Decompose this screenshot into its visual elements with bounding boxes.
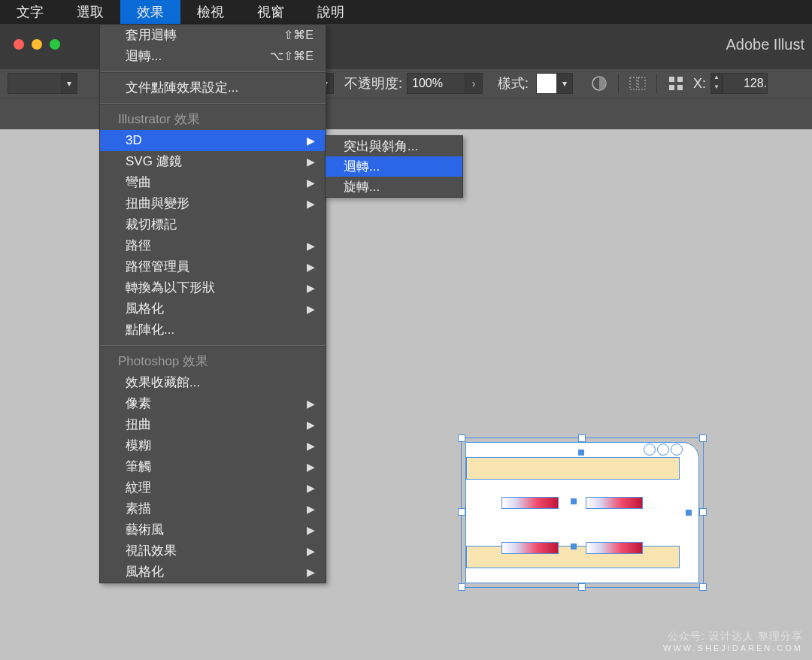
menu-item[interactable]: 紋理▶ [100,477,326,498]
chevron-down-icon[interactable]: ▾ [557,73,573,94]
menu-item-label: SVG 濾鏡 [126,154,182,168]
menu-item[interactable]: 轉換為以下形狀▶ [100,277,326,298]
style-label: 樣式: [498,74,529,92]
menu-item[interactable]: 素描▶ [100,498,326,519]
menu-effect[interactable]: 效果 [120,0,180,24]
submenu-item[interactable]: 突出與斜角... [326,136,462,156]
menu-item-label: 效果收藏館... [126,375,200,389]
submenu-arrow-icon: ▶ [307,256,315,277]
menu-help[interactable]: 說明 [301,0,361,24]
bounding-box [461,437,704,588]
watermark: 公众号: 设计达人 整理分享 WWW.SHEJIDAREN.COM [663,630,803,652]
resize-handle[interactable] [578,434,586,442]
menu-item-label: 文件點陣效果設定... [126,80,238,95]
menu-item[interactable]: 點陣化... [100,319,326,341]
selected-object[interactable] [465,442,699,583]
menu-item-label: 筆觸 [126,459,151,474]
style-swatch[interactable] [536,73,557,94]
menu-item-label: 像素 [126,396,151,410]
svg-rect-1 [630,77,637,89]
menu-item[interactable]: 像素▶ [100,393,326,414]
submenu-item[interactable]: 迴轉... [326,156,462,177]
menu-item[interactable]: 路徑▶ [100,235,326,256]
svg-rect-6 [677,85,683,90]
menu-item[interactable]: 裁切標記 [100,214,326,235]
fill-dropdown[interactable] [8,73,62,94]
menubar: 文字 選取 效果 檢視 視窗 說明 [0,0,812,24]
x-stepper[interactable]: ▲ ▼ [710,73,723,94]
anchor-point[interactable] [578,450,584,456]
menu-revolve[interactable]: 迴轉... ⌥⇧⌘E [100,46,326,67]
menu-item[interactable]: 扭曲與變形▶ [100,193,326,214]
submenu-arrow-icon: ▶ [307,151,315,172]
chevron-down-icon[interactable]: ▾ [62,73,77,94]
zoom-window-icon[interactable] [50,39,60,50]
svg-rect-3 [669,77,674,82]
submenu-arrow-icon: ▶ [307,277,315,298]
menu-item-label: 彎曲 [126,175,151,189]
opacity-stepper[interactable]: › [465,73,483,94]
resize-handle[interactable] [699,583,707,591]
menu-item-label: 路徑管理員 [126,259,189,274]
divider [618,74,619,93]
menu-item[interactable]: 風格化▶ [100,298,326,319]
submenu-arrow-icon: ▶ [307,393,315,414]
transform-icon[interactable] [665,74,687,93]
menu-section-header: Photoshop 效果 [100,351,326,372]
resize-handle[interactable] [458,583,465,591]
menu-item-label: 轉換為以下形狀 [126,280,215,295]
menu-item-label: 扭曲與變形 [126,196,189,210]
anchor-point[interactable] [686,510,692,516]
menu-item-shortcut: ⌥⇧⌘E [270,46,314,67]
menu-item-label: 3D [126,133,142,147]
opacity-input[interactable]: 100% [407,73,465,94]
svg-rect-2 [638,77,645,89]
resize-handle[interactable] [578,583,586,591]
resize-handle[interactable] [458,434,465,442]
close-window-icon[interactable] [14,39,24,50]
menu-item[interactable]: 筆觸▶ [100,456,326,477]
menu-item[interactable]: 模糊▶ [100,435,326,456]
menu-item-shortcut: ⇧⌘E [283,25,314,46]
anchor-point[interactable] [571,543,577,549]
menu-item[interactable]: SVG 濾鏡▶ [100,151,326,172]
menu-window[interactable]: 視窗 [241,0,301,24]
divider [656,74,657,93]
submenu-arrow-icon: ▶ [307,477,315,498]
menu-apply-revolve[interactable]: 套用迴轉 ⇧⌘E [100,25,326,46]
menu-view[interactable]: 檢視 [180,0,241,24]
submenu-arrow-icon: ▶ [307,130,315,151]
opacity-label: 不透明度: [344,74,402,92]
menu-item-label: 扭曲 [126,417,151,431]
submenu-arrow-icon: ▶ [307,456,315,477]
anchor-point[interactable] [571,498,577,504]
menu-item[interactable]: 風格化▶ [100,562,326,583]
menu-item[interactable]: 藝術風▶ [100,519,326,540]
submenu-arrow-icon: ▶ [307,193,315,214]
menu-item[interactable]: 路徑管理員▶ [100,256,326,277]
menu-section-header: Illustrator 效果 [100,109,326,130]
menu-item-label: 視訊效果 [126,543,177,558]
menu-item[interactable]: 彎曲▶ [100,172,326,193]
menu-item[interactable]: 扭曲▶ [100,414,326,435]
menu-select[interactable]: 選取 [60,0,120,24]
menu-item-label: 套用迴轉 [126,28,177,42]
menu-item[interactable]: 3D▶ [100,130,326,151]
submenu-arrow-icon: ▶ [307,414,315,435]
svg-rect-5 [669,85,674,90]
menu-item[interactable]: 視訊效果▶ [100,540,326,562]
resize-handle[interactable] [699,508,707,516]
menu-raster-settings[interactable]: 文件點陣效果設定... [100,77,326,98]
x-input[interactable]: 128. [723,73,768,94]
recolor-icon[interactable] [588,74,611,93]
submenu-arrow-icon: ▶ [307,235,315,256]
align-icon[interactable] [626,74,649,93]
resize-handle[interactable] [699,434,707,442]
menu-text[interactable]: 文字 [0,0,60,24]
submenu-item[interactable]: 旋轉... [326,177,462,197]
menu-item-label: 紋理 [126,480,151,495]
resize-handle[interactable] [458,508,465,516]
menu-separator [100,71,326,73]
menu-item[interactable]: 效果收藏館... [100,372,326,393]
minimize-window-icon[interactable] [32,39,42,50]
